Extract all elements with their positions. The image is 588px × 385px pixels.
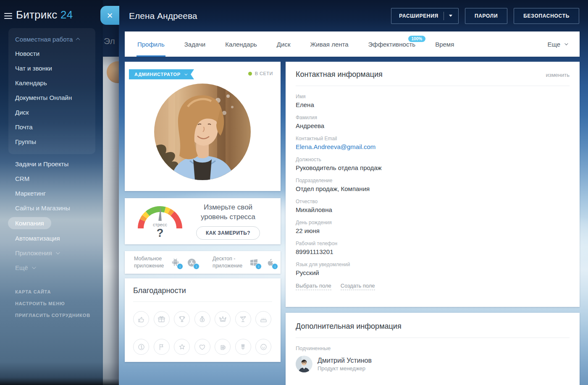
- heart-icon[interactable]: [194, 339, 210, 355]
- download-badge-icon: ↓: [272, 263, 278, 270]
- sidebar-item-apps[interactable]: Приложения: [0, 246, 103, 260]
- money-bag-icon[interactable]: [194, 311, 210, 327]
- sidebar-item-calendar[interactable]: Календарь: [8, 76, 95, 90]
- sidebar-item-crm[interactable]: CRM: [0, 171, 103, 186]
- passwords-button[interactable]: ПАРОЛИ: [465, 8, 507, 24]
- subordinate-row[interactable]: Дмитрий Устинов Продукт менеджер: [296, 356, 570, 372]
- security-button[interactable]: БЕЗОПАСНОСТЬ: [514, 8, 579, 24]
- bitrix24-app: Битрикс 24 Совместная работа Новости Чат…: [0, 0, 588, 385]
- chevron-down-icon: [32, 265, 36, 269]
- sidebar-nav: Задачи и Проекты CRM Маркетинг Сайты и М…: [0, 157, 103, 275]
- tab-more[interactable]: Еще: [547, 31, 567, 57]
- flag-icon[interactable]: [154, 339, 170, 355]
- right-column: Контактная информация изменить Имя Елена…: [286, 62, 580, 385]
- download-badge-icon: ↓: [177, 263, 183, 270]
- contact-fields: Имя Елена Фамилия Андреева Контактный Em…: [296, 94, 570, 276]
- sidebar-item-groups[interactable]: Группы: [8, 134, 95, 149]
- tab-calendar[interactable]: Календарь: [225, 31, 257, 57]
- apps-card: Мобильное приложение ↓: [125, 251, 281, 274]
- additional-info-divider: [296, 338, 570, 338]
- thanks-title: Благодарности: [133, 286, 272, 295]
- thanks-badges-row-1: [133, 311, 272, 327]
- create-field-link[interactable]: Создать поле: [341, 283, 375, 290]
- mobile-app-icons: ↓ ↓: [170, 257, 197, 268]
- beer-icon[interactable]: [215, 339, 231, 355]
- chevron-down-icon: [184, 72, 187, 75]
- tab-feed[interactable]: Живая лента: [310, 31, 348, 57]
- sidebar-item-docs-online[interactable]: Документы Онлайн: [8, 90, 95, 105]
- sitemap-link[interactable]: КАРТА САЙТА: [0, 286, 103, 298]
- android-icon[interactable]: ↓: [170, 257, 181, 268]
- gauge-value: ?: [157, 227, 164, 239]
- invite-employees-link[interactable]: ПРИГЛАСИТЬ СОТРУДНИКОВ: [0, 309, 103, 321]
- crown-icon[interactable]: [215, 311, 231, 327]
- cocktail-icon[interactable]: [235, 311, 251, 327]
- subordinates-label: Подчиненные: [296, 345, 570, 351]
- efficiency-badge: 100%: [408, 36, 426, 42]
- brand-logo: Битрикс 24: [16, 8, 73, 21]
- sidebar-item-mail[interactable]: Почта: [8, 120, 95, 134]
- field-birthday: День рождения 22 июня: [296, 220, 570, 234]
- download-badge-icon: ↓: [255, 263, 262, 270]
- sidebar-item-marketing[interactable]: Маркетинг: [0, 186, 103, 201]
- star-icon[interactable]: [174, 339, 190, 355]
- field-email: Контактный Email Elena.Andreeva@gmail.co…: [296, 136, 570, 150]
- tab-tasks[interactable]: Задачи: [184, 31, 205, 57]
- contact-card-header: Контактная информация изменить: [296, 70, 570, 79]
- tab-profile[interactable]: Профиль: [137, 31, 165, 57]
- field-department: Подразделение Отдел продаж, Компания: [296, 178, 570, 192]
- tab-disk[interactable]: Диск: [277, 31, 291, 57]
- admin-role-badge[interactable]: АДМИНИСТРАТОР: [129, 69, 194, 79]
- smiley-icon[interactable]: [255, 339, 271, 355]
- online-dot-icon: [248, 72, 252, 76]
- sidebar-item-company[interactable]: Компания: [0, 215, 103, 231]
- trophy-icon[interactable]: [174, 311, 190, 327]
- sidebar-group-header[interactable]: Совместная работа: [8, 32, 95, 46]
- appstore-icon[interactable]: ↓: [186, 257, 197, 268]
- thumbs-up-icon[interactable]: [133, 311, 149, 327]
- hamburger-menu-icon[interactable]: [4, 13, 12, 19]
- gift-icon[interactable]: [154, 311, 170, 327]
- caret-down-icon[interactable]: [449, 15, 452, 17]
- profile-photo-card: АДМИНИСТРАТОР В СЕТИ: [125, 62, 281, 191]
- contact-info-card: Контактная информация изменить Имя Елена…: [286, 62, 580, 307]
- field-first-name: Имя Елена: [296, 94, 570, 108]
- sidebar-footer: КАРТА САЙТА НАСТРОИТЬ МЕНЮ ПРИГЛАСИТЬ СО…: [0, 286, 103, 321]
- select-field-link[interactable]: Выбрать поле: [296, 283, 331, 290]
- email-link[interactable]: Elena.Andreeva@gmail.com: [296, 143, 570, 150]
- configure-menu-link[interactable]: НАСТРОИТЬ МЕНЮ: [0, 298, 103, 309]
- slider-header: Елена Андреева РАСШИРЕНИЯ ПАРОЛИ БЕЗОПАС…: [119, 0, 588, 31]
- field-language: Язык для уведомлений Русский: [296, 262, 570, 276]
- additional-info-card: Дополнительная информация Подчиненные: [286, 313, 580, 385]
- flower-icon[interactable]: [235, 339, 251, 355]
- sidebar-item-automation[interactable]: Автоматизация: [0, 231, 103, 246]
- desktop-app-icons: ↓ ↓: [248, 257, 276, 268]
- tab-time[interactable]: Время: [435, 31, 454, 57]
- sidebar-item-disk[interactable]: Диск: [8, 105, 95, 120]
- sidebar-item-news[interactable]: Новости: [8, 46, 95, 61]
- profile-tab-bar: Профиль Задачи Календарь Диск Живая лент…: [125, 31, 580, 57]
- download-badge-icon: ↓: [193, 263, 200, 270]
- close-slider-button[interactable]: ×: [100, 6, 119, 25]
- background-page-avatar: [107, 61, 119, 83]
- edit-link[interactable]: изменить: [546, 72, 570, 78]
- sidebar-item-sites-stores[interactable]: Сайты и Магазины: [0, 201, 103, 215]
- tab-efficiency[interactable]: Эффективность 100%: [368, 31, 416, 57]
- field-work-phone: Рабочий телефон 89991113201: [296, 241, 570, 255]
- sidebar-item-tasks-projects[interactable]: Задачи и Проекты: [0, 157, 103, 171]
- subordinate-texts: Дмитрий Устинов Продукт менеджер: [318, 357, 372, 372]
- how-to-measure-button[interactable]: КАК ЗАМЕРИТЬ?: [196, 226, 260, 240]
- windows-icon[interactable]: ↓: [248, 257, 260, 268]
- cake-icon[interactable]: [255, 311, 271, 327]
- apple-icon[interactable]: ↓: [265, 257, 276, 268]
- sidebar-item-chat[interactable]: Чат и звонки: [8, 61, 95, 76]
- online-status: В СЕТИ: [248, 71, 273, 76]
- number-one-icon[interactable]: [133, 339, 149, 355]
- field-last-name: Фамилия Андреева: [296, 115, 570, 129]
- profile-slider: Елена Андреева РАСШИРЕНИЯ ПАРОЛИ БЕЗОПАС…: [119, 0, 588, 385]
- sidebar-item-more[interactable]: Ещё: [0, 260, 103, 275]
- thanks-card: Благодарности: [125, 278, 281, 362]
- chevron-down-icon: [564, 42, 568, 45]
- extensions-button[interactable]: РАСШИРЕНИЯ: [391, 8, 459, 24]
- stress-card: стресс ? Измерьте свой уровень стресса К…: [125, 198, 281, 244]
